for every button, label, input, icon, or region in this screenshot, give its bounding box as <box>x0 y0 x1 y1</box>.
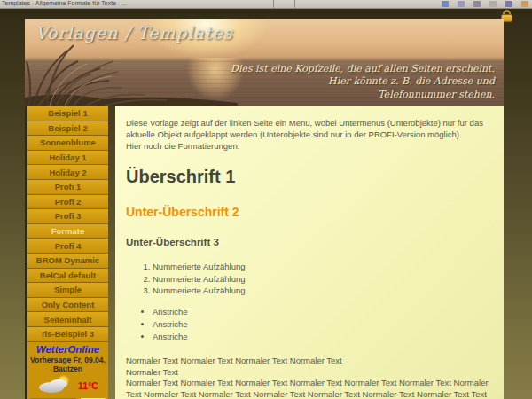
sidebar-item-label: Seiteninhalt <box>44 315 92 325</box>
bullet-list-item: Anstriche <box>153 332 493 343</box>
sidebar-menu-item[interactable]: Formate <box>27 224 108 239</box>
normal-text-paragraph: Normaler Text Normaler Text Normaler Tex… <box>126 378 493 399</box>
sidebar: Beispiel 1 Beispiel 2 Sonnenblume Holida… <box>25 106 108 399</box>
column-gap <box>108 106 115 399</box>
tagline-line: Hier könnte z. B. die Adresse und <box>231 75 495 88</box>
sidebar-item-label: Only Content <box>42 300 95 309</box>
sidebar-item-label: Simple <box>54 285 82 294</box>
browser-toolbar-icon[interactable] <box>489 1 497 7</box>
heading-2: Unter-Überschrift 2 <box>126 204 493 221</box>
sidebar-item-label: BROM Dynamic <box>36 255 99 265</box>
heading-1: Überschrift 1 <box>126 165 493 189</box>
sidebar-menu-item[interactable]: Profi 1 <box>27 180 108 195</box>
header-banner: Vorlagen / Templates Dies ist eine Kopfz… <box>25 19 504 106</box>
sidebar-menu-item[interactable]: Beispiel 2 <box>27 121 108 137</box>
tagline-line: Telefonnummer stehen. <box>231 89 495 101</box>
tagline-line: Dies ist eine Kopfzeile, die auf allen S… <box>231 63 495 75</box>
wetteronline-logo[interactable]: WetterOnline <box>27 344 108 355</box>
main-content: Diese Vorlage zeigt auf der linken Seite… <box>115 106 504 399</box>
sidebar-menu-item[interactable]: Holiday 1 <box>27 151 108 166</box>
browser-chrome-bar: Templates - Allgemeine Formate für Texte… <box>0 0 532 9</box>
tab-divider <box>294 0 295 8</box>
browser-tab-title: Templates - Allgemeine Formate für Texte… <box>2 0 127 6</box>
sidebar-menu-item[interactable]: Holiday 2 <box>27 165 108 180</box>
sidebar-item-label: rls-Beispiel 3 <box>42 329 94 339</box>
intro-paragraph: Diese Vorlage zeigt auf der linken Seite… <box>126 118 493 141</box>
bullet-list-item: Anstriche <box>153 319 493 331</box>
sidebar-item-label: Sonnenblume <box>40 137 96 147</box>
sidebar-item-label: Holiday 2 <box>49 168 86 177</box>
sidebar-item-label: Profi 3 <box>55 211 82 221</box>
browser-toolbar-icons <box>442 1 528 7</box>
cloud-icon <box>50 379 67 388</box>
sidebar-item-label: Beispiel 2 <box>48 123 87 133</box>
heading-3: Unter-Überschrift 3 <box>126 236 493 250</box>
weather-widget: WetterOnline Vorhersage Fr, 09.04. Bautz… <box>27 344 108 399</box>
partly-cloudy-icon <box>37 377 71 395</box>
sidebar-item-label: Formate <box>51 226 84 236</box>
normal-text-line: Normaler Text Normaler Text Normaler Tex… <box>126 356 493 367</box>
browser-toolbar-icon[interactable] <box>521 1 528 7</box>
temperature-value: 11°C <box>78 380 98 391</box>
sidebar-menu-item[interactable]: BelCal default <box>27 269 108 284</box>
sidebar-menu-item[interactable]: Seiteninhalt <box>27 312 108 327</box>
site-title: Vorlagen / Templates <box>35 23 233 43</box>
browser-toolbar-icon[interactable] <box>505 1 512 7</box>
sidebar-menu-item[interactable]: Profi 4 <box>27 239 108 254</box>
sidebar-menu: Beispiel 1 Beispiel 2 Sonnenblume Holida… <box>27 106 108 342</box>
sidebar-menu-item[interactable]: Beispiel 1 <box>27 106 108 121</box>
sidebar-item-label: Profi 4 <box>55 241 82 251</box>
sidebar-item-label: Profi 1 <box>55 182 82 192</box>
normal-text-line: Normaler Text <box>126 367 493 379</box>
bullet-list: AnstricheAnstricheAnstriche <box>140 307 493 342</box>
sidebar-menu-item[interactable]: Profi 3 <box>27 209 108 224</box>
browser-toolbar-icon[interactable] <box>442 1 449 7</box>
numbered-list-item: Nummerierte Aufzählung <box>153 262 493 273</box>
bullet-list-item: Anstriche <box>153 307 493 318</box>
sidebar-menu-item[interactable]: BROM Dynamic <box>27 254 108 269</box>
normal-text-block: Normaler Text Normaler Text Normaler Tex… <box>126 356 493 379</box>
page-background: Vorlagen / Templates Dies ist eine Kopfz… <box>0 9 532 399</box>
sidebar-item-label: BelCal default <box>40 270 96 280</box>
formats-line: Hier noch die Formatierungen: <box>126 141 493 153</box>
sidebar-menu-item[interactable]: Sonnenblume <box>27 136 108 151</box>
sidebar-menu-item[interactable]: Only Content <box>27 298 108 313</box>
numbered-list-item: Nummerierte Aufzählung <box>153 286 493 297</box>
site-container: Vorlagen / Templates Dies ist eine Kopfz… <box>25 19 504 399</box>
header-tagline: Dies ist eine Kopfzeile, die auf allen S… <box>231 63 495 101</box>
sidebar-menu-item[interactable]: Profi 2 <box>27 195 108 210</box>
forecast-date: Vorhersage Fr, 09.04. <box>27 356 108 364</box>
tab-divider <box>273 0 274 8</box>
sidebar-item-label: Profi 2 <box>55 197 82 207</box>
beach-grass-silhouette <box>25 39 238 106</box>
numbered-list: Nummerierte AufzählungNummerierte Aufzäh… <box>140 262 493 297</box>
sidebar-menu-item[interactable]: rls-Beispiel 3 <box>27 327 108 342</box>
browser-toolbar-icon[interactable] <box>473 1 481 7</box>
sidebar-menu-item[interactable]: Simple <box>27 283 108 298</box>
browser-toolbar-icon[interactable] <box>458 1 465 7</box>
forecast-city: Bautzen <box>27 364 108 373</box>
numbered-list-item: Nummerierte Aufzählung <box>153 274 493 286</box>
sidebar-item-label: Holiday 1 <box>49 153 86 162</box>
sidebar-item-label: Beispiel 1 <box>48 108 87 118</box>
